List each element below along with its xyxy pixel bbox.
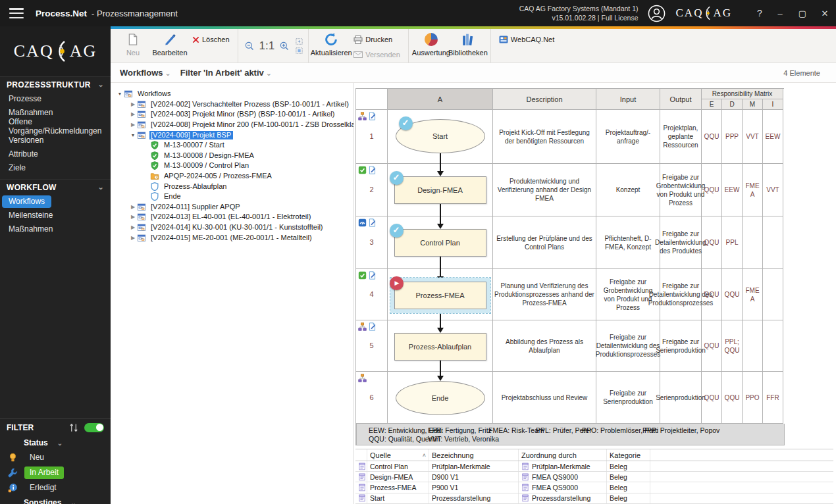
expander-closed-icon[interactable]: ▶	[129, 204, 137, 210]
minimize-button[interactable]: –	[769, 0, 791, 26]
fit-to-window-icon[interactable]	[294, 37, 304, 46]
attachment-doc-icon	[358, 473, 366, 481]
filter-item-in-arbeit[interactable]: In Arbeit	[0, 465, 111, 480]
fit-selection-icon[interactable]	[294, 46, 304, 55]
maximize-button[interactable]: ▢	[791, 0, 814, 26]
flowchart-row-number-cell: 1	[356, 110, 388, 164]
pie-chart-icon	[424, 31, 438, 48]
filter-item-erledigt[interactable]: Erledigt	[0, 480, 111, 495]
refresh-button[interactable]: Aktualisieren	[313, 31, 350, 61]
tree-item[interactable]: APQP-2024-005 / Prozess-FMEA	[111, 171, 353, 182]
webcaq-button[interactable]: WebCAQ.Net	[495, 33, 558, 46]
tree-item[interactable]: ▶[V2024-013] EL-40-001 (EL-40-001/1 - El…	[111, 212, 353, 222]
help-button[interactable]: ?	[750, 8, 769, 18]
tree-item[interactable]: Prozess-Ablaufplan	[111, 181, 353, 191]
expander-closed-icon[interactable]: ▶	[129, 214, 137, 220]
sidebar-item-ziele[interactable]: Ziele	[0, 161, 111, 175]
process-step-shape[interactable]: ✓Control Plan	[394, 229, 486, 257]
step-description-cell: Planung und Verifizierung des Produktion…	[493, 269, 596, 320]
new-document-icon	[126, 31, 140, 48]
close-button[interactable]: ✕	[814, 0, 836, 26]
chevron-down-icon: ⌄	[165, 69, 171, 77]
column-header-zuordnung[interactable]: Zuordnung durch	[519, 449, 607, 461]
process-step-shape[interactable]: Prozess-Ablaufplan	[394, 333, 486, 361]
column-header-kategorie[interactable]: Kategorie	[607, 449, 650, 461]
tree-item[interactable]: ▶[V2024-011] Supplier APQP	[111, 202, 353, 213]
column-header-shape: A	[388, 89, 493, 110]
sidebar-item-ma-nahmen[interactable]: Maßnahmen	[0, 222, 111, 236]
toolbar-group-zoom: 1:1	[238, 29, 309, 63]
status-new-icon	[8, 453, 18, 463]
new-button[interactable]: Neu	[115, 31, 151, 61]
expander-closed-icon[interactable]: ▶	[129, 122, 137, 128]
tree-item[interactable]: ▼Workflows	[111, 89, 353, 99]
tree-item[interactable]: ▼[V2024-009] Projekt BSP	[111, 130, 353, 140]
tree-item[interactable]: ▶[V2024-008] Projekt Minor 200 (FM-100-0…	[111, 120, 353, 130]
filter-dropdown[interactable]: Filter 'In Arbeit' aktiv⌄	[180, 68, 272, 78]
zoom-out-icon[interactable]	[242, 39, 257, 53]
expander-closed-icon[interactable]: ▶	[129, 224, 137, 230]
row-status-icons	[358, 271, 377, 280]
row-number: 2	[369, 185, 373, 194]
attachment-row[interactable]: Design-FMEAD900 V1FMEA QS9000Beleg	[355, 472, 833, 482]
tree-item-label: M-13-00008 / Design-FMEA	[163, 151, 256, 160]
matrix-cell-m: FMEA	[743, 269, 763, 320]
tree-item[interactable]: ▶[V2024-002] Verschachtelter Prozess (BS…	[111, 99, 353, 110]
attachment-quelle-cell: Prozess-FMEA	[367, 482, 429, 492]
sidebar-item-meilensteine[interactable]: Meilensteine	[0, 209, 111, 222]
edit-document-icon	[368, 322, 377, 331]
process-step-shape[interactable]: Ende	[396, 381, 485, 415]
delete-button[interactable]: Löschen	[188, 33, 234, 46]
sidebar-item-attribute[interactable]: Attribute	[0, 147, 111, 161]
user-avatar-icon[interactable]	[648, 5, 666, 22]
column-header-number	[356, 89, 388, 110]
tree-item[interactable]: Ende	[111, 191, 353, 202]
sidebar-item-offene-vorg-nge-r-ckmeldungen[interactable]: Offene Vorgänge/Rückmeldungen	[0, 120, 111, 134]
scope-dropdown[interactable]: Workflows⌄	[120, 68, 171, 78]
tree-item[interactable]: ▶[V2024-014] KU-30-001 (KU-30-001/1 - Ku…	[111, 222, 353, 233]
attachment-row[interactable]: StartProzessdarstellungProzessdarstellun…	[355, 493, 833, 504]
flowchart-row: 4▶Prozess-FMEAPlanung und Verifizierung …	[356, 269, 784, 320]
zoom-in-icon[interactable]	[277, 39, 292, 53]
sidebar-item-prozesse[interactable]: Prozesse	[0, 92, 111, 106]
tree-item[interactable]: ▶[V2024-003] Projekt Minor (BSP) (BSP-10…	[111, 109, 353, 120]
hamburger-menu-icon[interactable]	[9, 8, 24, 18]
libraries-button[interactable]: Bibliotheken	[450, 31, 486, 61]
tree-item-label: [V2024-003] Projekt Minor (BSP) (BSP-10-…	[149, 110, 336, 118]
tree-item[interactable]: ▶[V2024-015] ME-20-001 (ME-20-001/1 - Me…	[111, 232, 353, 243]
process-step-shape[interactable]: ✓Design-FMEA	[394, 176, 486, 204]
send-button[interactable]: Versenden	[350, 48, 404, 61]
column-header-quelle[interactable]: Quelle˄	[367, 449, 429, 461]
expander-open-icon[interactable]: ▼	[116, 91, 124, 96]
expander-open-icon[interactable]: ▼	[129, 133, 137, 138]
filter-group-sonstiges[interactable]: Sonstiges⌄	[0, 495, 111, 504]
legend-entry: PPP: Projektleiter, Popov	[642, 426, 735, 434]
filter-sliders-icon[interactable]	[69, 423, 79, 432]
edit-button[interactable]: Bearbeiten	[151, 31, 188, 61]
filter-toggle[interactable]	[84, 423, 104, 432]
evaluation-button[interactable]: Auswertung	[413, 31, 450, 61]
print-button[interactable]: Drucken	[350, 33, 404, 46]
shield-check-icon	[358, 271, 367, 280]
step-output-cell: Freigabe zur Serienproduktion	[660, 320, 702, 372]
process-step-shape[interactable]: ▶Prozess-FMEA	[394, 282, 486, 309]
zoom-level[interactable]: 1:1	[257, 39, 278, 53]
tree-item[interactable]: M-13-00007 / Start	[111, 140, 353, 151]
filter-item-neu[interactable]: Neu	[0, 450, 111, 465]
refresh-icon	[324, 31, 338, 48]
flow-connector-line	[440, 164, 441, 171]
process-step-shape[interactable]: ✓Start	[396, 119, 485, 153]
flowchart-row: 1✓StartProjekt Kick-Off mit Festlegung d…	[356, 110, 784, 164]
filter-group-status[interactable]: Status⌄	[0, 436, 111, 450]
expander-closed-icon[interactable]: ▶	[129, 101, 137, 107]
column-header-bezeichnung[interactable]: Bezeichnung	[429, 449, 519, 461]
sidebar-section-header-prozessstruktur[interactable]: PROZESSSTRUKTUR⌄	[0, 76, 111, 92]
sidebar-item-workflows[interactable]: Workflows	[0, 195, 111, 209]
attachment-row[interactable]: Control PlanPrüfplan-MerkmalePrüfplan-Me…	[355, 461, 833, 472]
sidebar-section-header-workflow[interactable]: WORKFLOW⌄	[0, 179, 111, 195]
tree-item[interactable]: M-13-00009 / Control Plan	[111, 161, 353, 171]
attachment-row[interactable]: Prozess-FMEAP900 V1FMEA QS9000Beleg	[355, 482, 833, 493]
tree-item[interactable]: M-13-00008 / Design-FMEA	[111, 151, 353, 161]
expander-closed-icon[interactable]: ▶	[129, 235, 137, 241]
expander-closed-icon[interactable]: ▶	[129, 111, 137, 117]
